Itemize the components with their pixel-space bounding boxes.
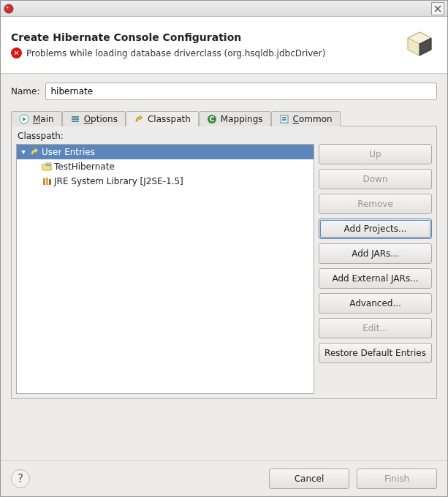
- library-icon: [42, 176, 52, 186]
- svg-rect-14: [43, 178, 45, 185]
- tab-panel-classpath: Classpath: User Entries TestHibernat: [11, 126, 437, 399]
- project-icon: [42, 162, 52, 172]
- tree-label: User Entries: [42, 147, 95, 157]
- tab-bar: Main Options Classpath C Mappings Common: [11, 110, 437, 126]
- error-icon: ✕: [11, 48, 22, 58]
- jar-group-icon: [29, 147, 39, 157]
- run-icon: [19, 114, 29, 124]
- tree-node-jre-library[interactable]: JRE System Library [J2SE-1.5]: [17, 174, 314, 189]
- advanced-button[interactable]: Advanced...: [319, 293, 432, 314]
- add-projects-button[interactable]: Add Projects...: [319, 219, 432, 239]
- button-bar: ? Cancel Finish: [1, 460, 447, 496]
- classpath-tree[interactable]: User Entries TestHibernate JRE System Li…: [16, 144, 314, 394]
- mappings-icon: C: [207, 114, 217, 124]
- tab-options[interactable]: Options: [62, 111, 126, 126]
- app-icon: [4, 4, 14, 14]
- edit-button[interactable]: Edit...: [319, 318, 432, 338]
- tab-common[interactable]: Common: [271, 111, 341, 126]
- options-icon: [70, 114, 80, 124]
- tab-label: Options: [84, 114, 118, 124]
- tab-label: Mappings: [221, 114, 263, 124]
- svg-rect-7: [72, 118, 79, 120]
- name-label: Name:: [11, 86, 39, 96]
- cancel-button[interactable]: Cancel: [269, 468, 349, 489]
- tab-label: Common: [293, 114, 333, 124]
- svg-point-0: [4, 4, 13, 13]
- name-input[interactable]: [45, 83, 437, 100]
- wizard-logo-icon: [402, 28, 437, 63]
- tree-node-user-entries[interactable]: User Entries: [17, 145, 314, 159]
- classpath-icon: [134, 114, 144, 124]
- button-column: Up Down Remove Add Projects... Add JARs.…: [319, 144, 432, 394]
- add-jars-button[interactable]: Add JARs...: [319, 243, 432, 264]
- up-button[interactable]: Up: [319, 144, 432, 164]
- close-button[interactable]: [431, 2, 444, 15]
- finish-button[interactable]: Finish: [357, 468, 437, 489]
- tab-mappings[interactable]: C Mappings: [199, 111, 271, 126]
- svg-rect-12: [282, 117, 286, 118]
- tab-main[interactable]: Main: [11, 111, 62, 126]
- titlebar: [1, 1, 447, 17]
- expand-icon[interactable]: [20, 148, 27, 156]
- name-row: Name:: [1, 74, 447, 105]
- add-external-jars-button[interactable]: Add External JARs...: [319, 268, 432, 289]
- svg-rect-6: [72, 116, 79, 118]
- dialog-title: Create Hibernate Console Configuration: [11, 31, 402, 43]
- dialog-header: Create Hibernate Console Configuration ✕…: [1, 17, 447, 74]
- dialog-message: Problems while loading database drivercl…: [26, 48, 325, 58]
- tab-label: Main: [33, 114, 54, 124]
- svg-rect-15: [46, 178, 48, 185]
- help-button[interactable]: ?: [11, 469, 30, 488]
- svg-rect-8: [72, 121, 79, 122]
- svg-rect-16: [49, 179, 51, 185]
- tree-label: TestHibernate: [54, 162, 115, 172]
- tree-label: JRE System Library [J2SE-1.5]: [54, 176, 183, 186]
- classpath-label: Classpath:: [18, 131, 432, 141]
- tree-node-testhibernate[interactable]: TestHibernate: [17, 159, 314, 174]
- svg-rect-13: [282, 119, 286, 121]
- dialog-window: Create Hibernate Console Configuration ✕…: [0, 0, 448, 497]
- down-button[interactable]: Down: [319, 169, 432, 189]
- help-icon: ?: [18, 472, 23, 485]
- svg-text:C: C: [210, 115, 215, 123]
- svg-point-1: [7, 6, 9, 8]
- remove-button[interactable]: Remove: [319, 194, 432, 214]
- restore-default-button[interactable]: Restore Default Entries: [319, 343, 432, 363]
- tab-classpath[interactable]: Classpath: [126, 111, 199, 126]
- common-icon: [279, 114, 289, 124]
- tab-label: Classpath: [148, 114, 191, 124]
